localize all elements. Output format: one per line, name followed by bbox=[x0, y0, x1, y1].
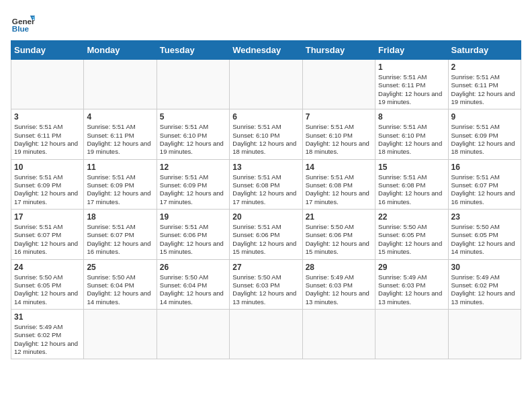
calendar-cell bbox=[448, 309, 521, 359]
day-number: 8 bbox=[378, 112, 445, 122]
calendar-cell: 27Sunrise: 5:50 AM Sunset: 6:03 PM Dayli… bbox=[230, 259, 302, 309]
col-header-wednesday: Wednesday bbox=[230, 41, 302, 60]
day-number: 28 bbox=[306, 263, 372, 272]
calendar-header-row: SundayMondayTuesdayWednesdayThursdayFrid… bbox=[11, 41, 521, 60]
day-info: Sunrise: 5:51 AM Sunset: 6:08 PM Dayligh… bbox=[232, 173, 299, 206]
day-number: 15 bbox=[378, 163, 445, 172]
calendar-cell: 8Sunrise: 5:51 AM Sunset: 6:10 PM Daylig… bbox=[375, 109, 448, 159]
calendar-cell: 23Sunrise: 5:50 AM Sunset: 6:05 PM Dayli… bbox=[448, 210, 521, 259]
day-number: 19 bbox=[160, 212, 226, 222]
calendar-cell: 6Sunrise: 5:51 AM Sunset: 6:10 PM Daylig… bbox=[230, 109, 302, 159]
day-number: 16 bbox=[451, 163, 518, 172]
day-number: 30 bbox=[451, 263, 518, 272]
calendar-cell bbox=[84, 60, 157, 109]
day-info: Sunrise: 5:51 AM Sunset: 6:10 PM Dayligh… bbox=[306, 123, 372, 156]
day-number: 26 bbox=[160, 263, 226, 272]
day-info: Sunrise: 5:51 AM Sunset: 6:09 PM Dayligh… bbox=[451, 123, 518, 156]
calendar-cell: 26Sunrise: 5:50 AM Sunset: 6:04 PM Dayli… bbox=[157, 259, 229, 309]
calendar-cell: 3Sunrise: 5:51 AM Sunset: 6:11 PM Daylig… bbox=[11, 109, 84, 159]
day-number: 5 bbox=[160, 112, 226, 122]
day-number: 7 bbox=[306, 112, 372, 122]
day-number: 23 bbox=[451, 212, 518, 222]
calendar-cell bbox=[302, 60, 375, 109]
day-number: 31 bbox=[14, 312, 81, 322]
calendar-cell: 4Sunrise: 5:51 AM Sunset: 6:11 PM Daylig… bbox=[84, 109, 157, 159]
day-info: Sunrise: 5:51 AM Sunset: 6:11 PM Dayligh… bbox=[87, 123, 153, 156]
calendar-cell: 17Sunrise: 5:51 AM Sunset: 6:07 PM Dayli… bbox=[11, 210, 84, 259]
day-number: 13 bbox=[232, 163, 299, 172]
day-info: Sunrise: 5:51 AM Sunset: 6:06 PM Dayligh… bbox=[160, 223, 226, 256]
day-info: Sunrise: 5:51 AM Sunset: 6:09 PM Dayligh… bbox=[87, 173, 153, 206]
day-number: 14 bbox=[306, 163, 372, 172]
day-info: Sunrise: 5:50 AM Sunset: 6:04 PM Dayligh… bbox=[160, 273, 226, 306]
col-header-sunday: Sunday bbox=[11, 41, 84, 60]
calendar-cell: 29Sunrise: 5:49 AM Sunset: 6:03 PM Dayli… bbox=[375, 259, 448, 309]
svg-text:Blue: Blue bbox=[12, 24, 30, 33]
calendar-cell: 9Sunrise: 5:51 AM Sunset: 6:09 PM Daylig… bbox=[448, 109, 521, 159]
day-number: 24 bbox=[14, 263, 81, 272]
day-info: Sunrise: 5:51 AM Sunset: 6:08 PM Dayligh… bbox=[378, 173, 445, 206]
day-info: Sunrise: 5:50 AM Sunset: 6:05 PM Dayligh… bbox=[451, 223, 518, 256]
day-info: Sunrise: 5:51 AM Sunset: 6:11 PM Dayligh… bbox=[378, 73, 445, 106]
col-header-tuesday: Tuesday bbox=[157, 41, 229, 60]
calendar-cell bbox=[157, 60, 229, 109]
day-number: 4 bbox=[87, 112, 153, 122]
day-info: Sunrise: 5:51 AM Sunset: 6:09 PM Dayligh… bbox=[160, 173, 226, 206]
week-row-4: 17Sunrise: 5:51 AM Sunset: 6:07 PM Dayli… bbox=[11, 210, 521, 259]
day-number: 2 bbox=[451, 62, 518, 72]
calendar-cell: 13Sunrise: 5:51 AM Sunset: 6:08 PM Dayli… bbox=[230, 159, 302, 209]
day-info: Sunrise: 5:51 AM Sunset: 6:07 PM Dayligh… bbox=[14, 223, 81, 256]
day-number: 22 bbox=[378, 212, 445, 222]
day-info: Sunrise: 5:49 AM Sunset: 6:02 PM Dayligh… bbox=[451, 273, 518, 306]
week-row-6: 31Sunrise: 5:49 AM Sunset: 6:02 PM Dayli… bbox=[11, 309, 521, 359]
day-info: Sunrise: 5:49 AM Sunset: 6:02 PM Dayligh… bbox=[14, 323, 81, 356]
day-info: Sunrise: 5:51 AM Sunset: 6:11 PM Dayligh… bbox=[451, 73, 518, 106]
calendar-cell: 11Sunrise: 5:51 AM Sunset: 6:09 PM Dayli… bbox=[84, 159, 157, 209]
day-info: Sunrise: 5:51 AM Sunset: 6:08 PM Dayligh… bbox=[306, 173, 372, 206]
day-number: 1 bbox=[378, 62, 445, 72]
logo-icon: General Blue bbox=[11, 11, 35, 35]
calendar-cell: 14Sunrise: 5:51 AM Sunset: 6:08 PM Dayli… bbox=[302, 159, 375, 209]
calendar-cell bbox=[230, 309, 302, 359]
day-number: 17 bbox=[14, 212, 81, 222]
day-info: Sunrise: 5:50 AM Sunset: 6:04 PM Dayligh… bbox=[87, 273, 153, 306]
day-info: Sunrise: 5:51 AM Sunset: 6:10 PM Dayligh… bbox=[232, 123, 299, 156]
day-number: 11 bbox=[87, 163, 153, 172]
day-info: Sunrise: 5:51 AM Sunset: 6:11 PM Dayligh… bbox=[14, 123, 81, 156]
day-number: 20 bbox=[232, 212, 299, 222]
day-info: Sunrise: 5:51 AM Sunset: 6:06 PM Dayligh… bbox=[232, 223, 299, 256]
col-header-saturday: Saturday bbox=[448, 41, 521, 60]
day-number: 6 bbox=[232, 112, 299, 122]
day-info: Sunrise: 5:50 AM Sunset: 6:05 PM Dayligh… bbox=[14, 273, 81, 306]
day-info: Sunrise: 5:49 AM Sunset: 6:03 PM Dayligh… bbox=[378, 273, 445, 306]
calendar-cell: 28Sunrise: 5:49 AM Sunset: 6:03 PM Dayli… bbox=[302, 259, 375, 309]
calendar-cell: 24Sunrise: 5:50 AM Sunset: 6:05 PM Dayli… bbox=[11, 259, 84, 309]
calendar-cell: 15Sunrise: 5:51 AM Sunset: 6:08 PM Dayli… bbox=[375, 159, 448, 209]
day-number: 10 bbox=[14, 163, 81, 172]
calendar-cell bbox=[302, 309, 375, 359]
col-header-thursday: Thursday bbox=[302, 41, 375, 60]
day-info: Sunrise: 5:51 AM Sunset: 6:07 PM Dayligh… bbox=[87, 223, 153, 256]
day-info: Sunrise: 5:51 AM Sunset: 6:07 PM Dayligh… bbox=[451, 173, 518, 206]
week-row-5: 24Sunrise: 5:50 AM Sunset: 6:05 PM Dayli… bbox=[11, 259, 521, 309]
day-number: 12 bbox=[160, 163, 226, 172]
day-number: 25 bbox=[87, 263, 153, 272]
day-info: Sunrise: 5:50 AM Sunset: 6:03 PM Dayligh… bbox=[232, 273, 299, 306]
logo: General Blue bbox=[11, 11, 38, 35]
calendar-cell: 7Sunrise: 5:51 AM Sunset: 6:10 PM Daylig… bbox=[302, 109, 375, 159]
calendar-cell: 21Sunrise: 5:50 AM Sunset: 6:06 PM Dayli… bbox=[302, 210, 375, 259]
calendar-cell: 12Sunrise: 5:51 AM Sunset: 6:09 PM Dayli… bbox=[157, 159, 229, 209]
week-row-1: 1Sunrise: 5:51 AM Sunset: 6:11 PM Daylig… bbox=[11, 60, 521, 109]
calendar-cell: 2Sunrise: 5:51 AM Sunset: 6:11 PM Daylig… bbox=[448, 60, 521, 109]
day-number: 3 bbox=[14, 112, 81, 122]
calendar-cell: 10Sunrise: 5:51 AM Sunset: 6:09 PM Dayli… bbox=[11, 159, 84, 209]
calendar-cell: 22Sunrise: 5:50 AM Sunset: 6:05 PM Dayli… bbox=[375, 210, 448, 259]
calendar-cell bbox=[230, 60, 302, 109]
calendar-cell: 5Sunrise: 5:51 AM Sunset: 6:10 PM Daylig… bbox=[157, 109, 229, 159]
day-info: Sunrise: 5:51 AM Sunset: 6:09 PM Dayligh… bbox=[14, 173, 81, 206]
day-number: 27 bbox=[232, 263, 299, 272]
week-row-3: 10Sunrise: 5:51 AM Sunset: 6:09 PM Dayli… bbox=[11, 159, 521, 209]
day-number: 9 bbox=[451, 112, 518, 122]
calendar-cell: 25Sunrise: 5:50 AM Sunset: 6:04 PM Dayli… bbox=[84, 259, 157, 309]
day-info: Sunrise: 5:51 AM Sunset: 6:10 PM Dayligh… bbox=[378, 123, 445, 156]
